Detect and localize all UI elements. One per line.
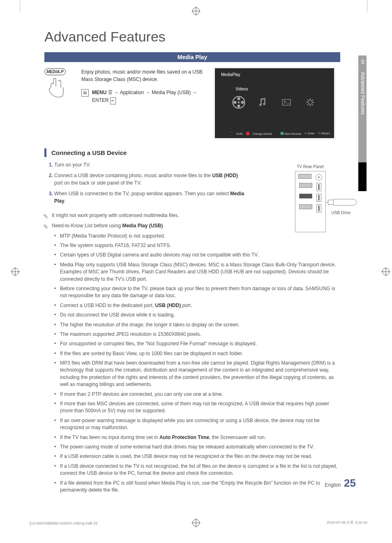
chapter-tab: 04 Advanced Features [358, 55, 367, 162]
usb-drive-label: USB Drive [332, 210, 351, 215]
tv-rear-panel-diagram: TV Rear Panel USB Dr [271, 164, 349, 232]
registration-mark-bottom [192, 519, 200, 527]
connecting-usb-heading: Connecting a USB Device [44, 148, 357, 157]
list-item: The maximum supported JPEG resolution is… [60, 331, 340, 338]
audio-port-icon [316, 174, 322, 180]
registration-mark-right [382, 268, 390, 275]
note-icon: ✎ [43, 222, 48, 231]
usb-drive-icon [325, 196, 358, 208]
step-1: Turn on your TV. [54, 161, 247, 169]
media-play-screen-preview: MediaPlay Videos [215, 68, 334, 138]
list-item: If more than two MSC devices are connect… [60, 400, 340, 415]
list-item: If a USB device connected to the TV is n… [60, 463, 340, 477]
chapter-number: 04 [360, 60, 365, 64]
usb-port-icon [316, 183, 321, 191]
svg-point-3 [237, 97, 240, 100]
port-label [298, 174, 311, 179]
page-number: 25 [344, 477, 356, 489]
list-item: Connect a USB HDD to the dedicated port,… [60, 302, 340, 309]
preview-footer-enter: ↵ Enter [304, 132, 315, 135]
preview-category: Videos [235, 87, 248, 91]
port-label [299, 183, 312, 188]
svg-point-5 [237, 104, 240, 107]
need-to-know-list: MTP (Media Transfer Protocol) is not sup… [44, 233, 340, 494]
preview-footer-return: ↶ Return [318, 132, 330, 135]
settings-gear-icon [303, 95, 318, 110]
music-note-icon [255, 95, 270, 110]
usb-port-icon [316, 194, 321, 202]
svg-line-15 [307, 99, 309, 101]
list-item: Before connecting your device to the TV,… [60, 285, 340, 300]
remote-menu-icon [81, 89, 89, 97]
preview-footer-change: Change Device [253, 132, 272, 135]
list-item: If an over-power warning message is disp… [60, 417, 340, 432]
source-file-stamp: [UC400019]BN68-02624A-04Eng.indb 25 [30, 521, 98, 525]
connection-steps: Turn on your TV. Connect a USB device co… [44, 161, 247, 205]
svg-point-4 [241, 101, 244, 104]
list-item: For unsupported or corrupted files, the … [60, 340, 340, 347]
svg-line-16 [312, 104, 313, 105]
page-title: Advanced Features [44, 29, 357, 45]
svg-point-10 [308, 100, 312, 104]
registration-mark-left [12, 268, 19, 275]
side-strip [358, 162, 367, 191]
page-footer: English 25 [325, 477, 356, 490]
svg-point-7 [238, 101, 240, 103]
port-label-usb-hdd [299, 194, 312, 199]
footer-language: English [325, 482, 341, 488]
usb-port-icon [316, 204, 321, 213]
svg-rect-8 [282, 99, 291, 105]
svg-rect-0 [83, 92, 87, 92]
media-description: Enjoy photos, music and/or movie files s… [81, 68, 205, 83]
list-item: If more than 2 PTP devices are connected… [60, 391, 340, 398]
svg-line-17 [307, 104, 309, 105]
preview-title: MediaPlay [221, 72, 240, 77]
step-2: Connect a USB device containing photo, m… [54, 172, 247, 187]
list-item: MTP (Media Transfer Protocol) is not sup… [60, 233, 340, 240]
step-3: When USB is connected to the TV, popup w… [54, 190, 247, 205]
chapter-label: Advanced Features [360, 72, 366, 115]
port-label [299, 204, 312, 209]
list-item: Do not disconnect the USB device while i… [60, 312, 340, 319]
svg-rect-1 [83, 93, 87, 94]
list-item: If a USB extension cable is used, the US… [60, 453, 340, 460]
list-item: MP3 files with DRM that have been downlo… [60, 360, 340, 388]
trim-mark [20, 0, 20, 12]
svg-line-18 [312, 99, 313, 101]
menu-navigation-path: MENU ☰ → Application → Media Play (USB) … [92, 89, 205, 104]
list-item: The higher the resolution of the image, … [60, 321, 340, 328]
note-icon: ✎ [43, 212, 48, 221]
hand-pointing-icon [44, 77, 69, 99]
list-item: The file system supports FAT16, FAT32 an… [60, 242, 340, 249]
timestamp-stamp: 2010-07-09 오후 3:16:10 [327, 520, 367, 525]
list-item: If the TV has been no input during time … [60, 434, 340, 441]
photos-icon [279, 95, 294, 110]
trim-mark [367, 0, 367, 12]
red-a-button-icon [246, 132, 249, 135]
mediap-button-label: MEDIA.P [44, 68, 66, 75]
panel-label: TV Rear Panel [271, 164, 349, 169]
preview-footer-sum: SUM [236, 132, 243, 135]
list-item: If the files are sorted by Basic View, u… [60, 350, 340, 357]
list-item: If a file deleted from the PC is still f… [60, 480, 340, 494]
registration-mark-top [192, 7, 200, 15]
list-item: The power-saving mode of some external h… [60, 444, 340, 451]
svg-point-6 [233, 101, 236, 104]
list-item: Certain types of USB Digital camera and … [60, 252, 340, 259]
sum-icon: 📱 [229, 132, 233, 135]
preview-footer-view: View Devices [281, 132, 302, 135]
videos-reel-icon [231, 95, 246, 110]
list-item: Media Play only supports USB Mass Storag… [60, 261, 340, 283]
section-header: Media Play [44, 52, 340, 62]
